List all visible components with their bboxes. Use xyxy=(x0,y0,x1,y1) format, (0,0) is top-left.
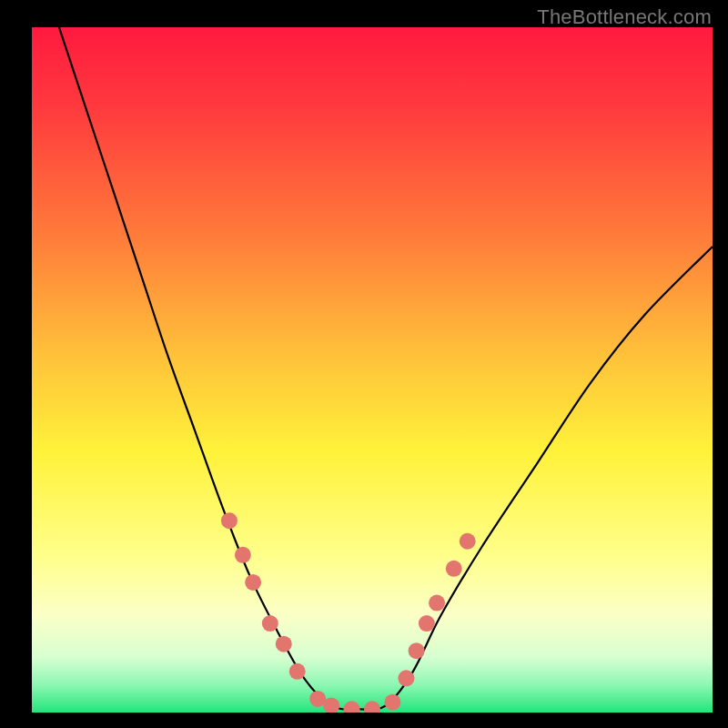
sample-dot xyxy=(384,694,400,711)
gradient-background xyxy=(32,27,713,713)
sample-dot xyxy=(235,547,251,563)
sample-dot xyxy=(398,670,414,686)
sample-dot xyxy=(221,512,238,529)
sample-dot xyxy=(409,642,425,659)
plot-area xyxy=(32,27,713,713)
sample-dot xyxy=(429,595,445,612)
sample-dot xyxy=(289,663,306,680)
sample-dot xyxy=(446,561,462,577)
chart-frame: TheBottleneck.com xyxy=(0,0,728,728)
sample-dot xyxy=(460,533,476,550)
sample-dot xyxy=(245,574,261,591)
watermark-text: TheBottleneck.com xyxy=(537,5,712,29)
sample-dot xyxy=(276,636,292,652)
chart-svg xyxy=(32,27,713,713)
sample-dot xyxy=(419,615,435,632)
sample-dot xyxy=(262,615,278,632)
